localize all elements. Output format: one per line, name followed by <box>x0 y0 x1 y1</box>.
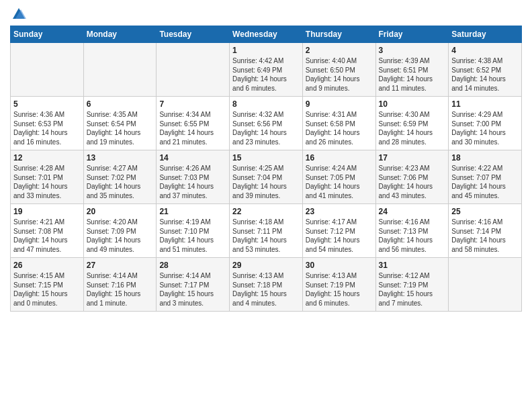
logo-icon <box>11 7 26 21</box>
day-info: Sunrise: 4:27 AM Sunset: 7:02 PM Dayligh… <box>87 164 154 200</box>
calendar-cell: 28Sunrise: 4:14 AM Sunset: 7:17 PM Dayli… <box>157 258 230 312</box>
page-header <box>10 7 522 21</box>
day-number: 5 <box>13 99 81 109</box>
day-info: Sunrise: 4:21 AM Sunset: 7:08 PM Dayligh… <box>13 218 81 254</box>
day-info: Sunrise: 4:13 AM Sunset: 7:19 PM Dayligh… <box>306 271 373 308</box>
day-number: 1 <box>232 46 300 55</box>
calendar-cell: 18Sunrise: 4:22 AM Sunset: 7:07 PM Dayli… <box>449 150 522 204</box>
day-info: Sunrise: 4:42 AM Sunset: 6:49 PM Dayligh… <box>232 56 300 93</box>
calendar-cell: 4Sunrise: 4:38 AM Sunset: 6:52 PM Daylig… <box>449 43 522 97</box>
day-number: 13 <box>87 153 154 163</box>
day-number: 17 <box>379 153 446 163</box>
day-number: 19 <box>13 207 81 216</box>
calendar-cell <box>449 258 522 312</box>
day-info: Sunrise: 4:25 AM Sunset: 7:04 PM Dayligh… <box>232 164 300 200</box>
day-info: Sunrise: 4:13 AM Sunset: 7:18 PM Dayligh… <box>232 271 300 308</box>
calendar-header-thursday: Thursday <box>302 26 375 43</box>
day-info: Sunrise: 4:26 AM Sunset: 7:03 PM Dayligh… <box>159 164 226 200</box>
day-number: 15 <box>232 153 300 163</box>
calendar-cell: 15Sunrise: 4:25 AM Sunset: 7:04 PM Dayli… <box>230 150 303 204</box>
day-info: Sunrise: 4:14 AM Sunset: 7:17 PM Dayligh… <box>159 271 226 308</box>
calendar-header-wednesday: Wednesday <box>230 26 303 43</box>
day-number: 27 <box>87 261 154 270</box>
calendar-cell: 2Sunrise: 4:40 AM Sunset: 6:50 PM Daylig… <box>302 43 375 97</box>
day-number: 2 <box>306 46 373 55</box>
day-info: Sunrise: 4:34 AM Sunset: 6:55 PM Dayligh… <box>159 110 226 146</box>
day-info: Sunrise: 4:18 AM Sunset: 7:11 PM Dayligh… <box>232 218 300 254</box>
calendar-cell: 9Sunrise: 4:31 AM Sunset: 6:58 PM Daylig… <box>302 97 375 150</box>
day-info: Sunrise: 4:14 AM Sunset: 7:16 PM Dayligh… <box>87 271 154 308</box>
calendar-cell: 24Sunrise: 4:16 AM Sunset: 7:13 PM Dayli… <box>375 204 449 258</box>
day-number: 26 <box>13 261 81 270</box>
calendar-cell: 6Sunrise: 4:35 AM Sunset: 6:54 PM Daylig… <box>83 97 157 150</box>
calendar-cell: 3Sunrise: 4:39 AM Sunset: 6:51 PM Daylig… <box>375 43 449 97</box>
calendar-header-friday: Friday <box>375 26 449 43</box>
calendar-week-row: 26Sunrise: 4:15 AM Sunset: 7:15 PM Dayli… <box>11 258 522 312</box>
calendar-cell: 30Sunrise: 4:13 AM Sunset: 7:19 PM Dayli… <box>302 258 375 312</box>
day-info: Sunrise: 4:15 AM Sunset: 7:15 PM Dayligh… <box>13 271 81 308</box>
day-number: 20 <box>87 207 154 216</box>
day-number: 18 <box>451 153 519 163</box>
calendar-cell: 19Sunrise: 4:21 AM Sunset: 7:08 PM Dayli… <box>11 204 84 258</box>
day-info: Sunrise: 4:32 AM Sunset: 6:56 PM Dayligh… <box>232 110 300 146</box>
day-number: 6 <box>87 99 154 109</box>
calendar-cell: 23Sunrise: 4:17 AM Sunset: 7:12 PM Dayli… <box>302 204 375 258</box>
day-info: Sunrise: 4:17 AM Sunset: 7:12 PM Dayligh… <box>306 218 373 254</box>
calendar-week-row: 1Sunrise: 4:42 AM Sunset: 6:49 PM Daylig… <box>11 43 522 97</box>
calendar-cell: 20Sunrise: 4:20 AM Sunset: 7:09 PM Dayli… <box>83 204 157 258</box>
day-number: 21 <box>159 207 226 216</box>
calendar-cell: 5Sunrise: 4:36 AM Sunset: 6:53 PM Daylig… <box>11 97 84 150</box>
calendar-cell: 13Sunrise: 4:27 AM Sunset: 7:02 PM Dayli… <box>83 150 157 204</box>
calendar-header-tuesday: Tuesday <box>157 26 230 43</box>
calendar-cell: 14Sunrise: 4:26 AM Sunset: 7:03 PM Dayli… <box>157 150 230 204</box>
day-number: 11 <box>451 99 519 109</box>
day-number: 23 <box>306 207 373 216</box>
calendar-cell: 11Sunrise: 4:29 AM Sunset: 7:00 PM Dayli… <box>449 97 522 150</box>
calendar-cell: 25Sunrise: 4:16 AM Sunset: 7:14 PM Dayli… <box>449 204 522 258</box>
day-info: Sunrise: 4:19 AM Sunset: 7:10 PM Dayligh… <box>159 218 226 254</box>
day-number: 24 <box>379 207 446 216</box>
day-number: 9 <box>306 99 373 109</box>
calendar-week-row: 5Sunrise: 4:36 AM Sunset: 6:53 PM Daylig… <box>11 97 522 150</box>
day-info: Sunrise: 4:38 AM Sunset: 6:52 PM Dayligh… <box>451 56 519 93</box>
calendar-cell: 8Sunrise: 4:32 AM Sunset: 6:56 PM Daylig… <box>230 97 303 150</box>
calendar-cell <box>157 43 230 97</box>
calendar-cell: 1Sunrise: 4:42 AM Sunset: 6:49 PM Daylig… <box>230 43 303 97</box>
day-number: 29 <box>232 261 300 270</box>
calendar-cell <box>83 43 157 97</box>
day-info: Sunrise: 4:23 AM Sunset: 7:06 PM Dayligh… <box>379 164 446 200</box>
day-number: 4 <box>451 46 519 55</box>
calendar-table: SundayMondayTuesdayWednesdayThursdayFrid… <box>10 26 522 312</box>
day-info: Sunrise: 4:36 AM Sunset: 6:53 PM Dayligh… <box>13 110 81 146</box>
calendar-cell: 27Sunrise: 4:14 AM Sunset: 7:16 PM Dayli… <box>83 258 157 312</box>
day-info: Sunrise: 4:24 AM Sunset: 7:05 PM Dayligh… <box>306 164 373 200</box>
calendar-cell: 26Sunrise: 4:15 AM Sunset: 7:15 PM Dayli… <box>11 258 84 312</box>
calendar-header-saturday: Saturday <box>449 26 522 43</box>
day-number: 30 <box>306 261 373 270</box>
day-number: 16 <box>306 153 373 163</box>
day-info: Sunrise: 4:22 AM Sunset: 7:07 PM Dayligh… <box>451 164 519 200</box>
calendar-week-row: 12Sunrise: 4:28 AM Sunset: 7:01 PM Dayli… <box>11 150 522 204</box>
calendar-cell: 12Sunrise: 4:28 AM Sunset: 7:01 PM Dayli… <box>11 150 84 204</box>
calendar-cell: 29Sunrise: 4:13 AM Sunset: 7:18 PM Dayli… <box>230 258 303 312</box>
day-info: Sunrise: 4:40 AM Sunset: 6:50 PM Dayligh… <box>306 56 373 93</box>
calendar-cell <box>11 43 84 97</box>
day-number: 10 <box>379 99 446 109</box>
day-info: Sunrise: 4:16 AM Sunset: 7:13 PM Dayligh… <box>379 218 446 254</box>
day-info: Sunrise: 4:39 AM Sunset: 6:51 PM Dayligh… <box>379 56 446 93</box>
calendar-cell: 16Sunrise: 4:24 AM Sunset: 7:05 PM Dayli… <box>302 150 375 204</box>
logo <box>10 7 26 21</box>
day-number: 8 <box>232 99 300 109</box>
day-number: 14 <box>159 153 226 163</box>
calendar-header-row: SundayMondayTuesdayWednesdayThursdayFrid… <box>11 26 522 43</box>
day-info: Sunrise: 4:12 AM Sunset: 7:19 PM Dayligh… <box>379 271 446 308</box>
day-info: Sunrise: 4:35 AM Sunset: 6:54 PM Dayligh… <box>87 110 154 146</box>
day-number: 28 <box>159 261 226 270</box>
day-info: Sunrise: 4:29 AM Sunset: 7:00 PM Dayligh… <box>451 110 519 146</box>
day-number: 22 <box>232 207 300 216</box>
calendar-header-sunday: Sunday <box>11 26 84 43</box>
day-number: 12 <box>13 153 81 163</box>
calendar-week-row: 19Sunrise: 4:21 AM Sunset: 7:08 PM Dayli… <box>11 204 522 258</box>
calendar-cell: 21Sunrise: 4:19 AM Sunset: 7:10 PM Dayli… <box>157 204 230 258</box>
calendar-header-monday: Monday <box>83 26 157 43</box>
